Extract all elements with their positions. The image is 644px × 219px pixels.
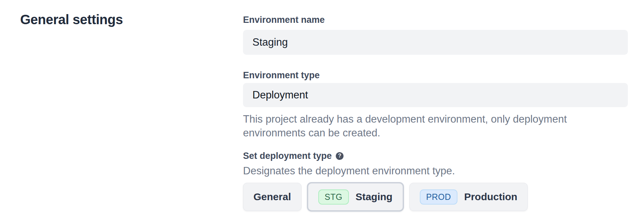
deployment-type-option-general[interactable]: General (243, 183, 301, 211)
deployment-type-description: Designates the deployment environment ty… (243, 164, 628, 178)
deployment-type-option-general-label: General (253, 191, 291, 203)
environment-type-input[interactable] (243, 83, 628, 107)
production-badge: PROD (420, 189, 457, 205)
settings-form: Environment name Environment type This p… (243, 0, 628, 212)
staging-badge: STG (318, 189, 349, 205)
question-mark-icon[interactable]: ? (336, 152, 344, 160)
deployment-type-option-staging[interactable]: STG Staging (307, 182, 404, 212)
deployment-type-options: General STG Staging PROD Production (243, 182, 628, 212)
deployment-type-option-staging-label: Staging (356, 191, 393, 203)
environment-name-input[interactable] (243, 30, 628, 55)
deployment-type-option-production[interactable]: PROD Production (409, 183, 528, 211)
environment-type-help-text: This project already has a development e… (243, 112, 616, 140)
environment-name-label: Environment name (243, 14, 628, 26)
page-title: General settings (20, 12, 123, 27)
deployment-type-label-row: Set deployment type ? (243, 150, 628, 162)
general-settings-page: General settings Environment name Enviro… (0, 0, 644, 219)
deployment-type-label: Set deployment type (243, 150, 332, 162)
environment-type-label: Environment type (243, 70, 628, 81)
deployment-type-option-production-label: Production (464, 191, 517, 203)
